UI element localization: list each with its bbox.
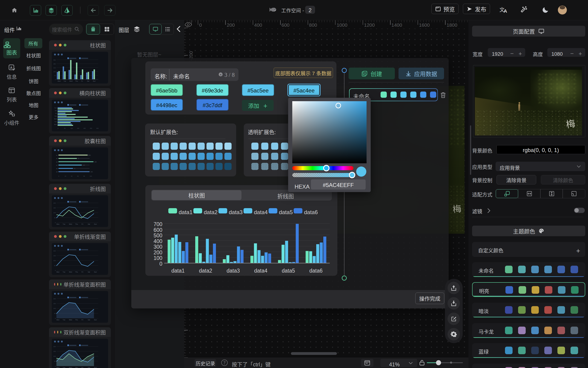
svg-text:Wed: Wed [69, 319, 72, 321]
svg-text:0: 0 [55, 78, 56, 81]
svg-text:80: 80 [83, 175, 85, 177]
svg-text:95: 95 [78, 157, 79, 159]
svg-text:Thu: Thu [75, 319, 78, 321]
svg-text:Sun: Sun [94, 319, 97, 321]
svg-text:Tue: Tue [63, 319, 65, 321]
svg-text:100: 100 [71, 127, 73, 129]
svg-text:350: 350 [53, 59, 56, 61]
svg-text:100: 100 [53, 307, 56, 309]
svg-text:a4: a4 [56, 164, 58, 166]
svg-text:Sun: Sun [93, 80, 96, 82]
svg-text:a3: a3 [56, 161, 58, 163]
svg-text:Thu: Thu [75, 80, 78, 82]
svg-text:0: 0 [55, 317, 56, 319]
svg-text:Sat: Sat [55, 110, 57, 111]
svg-text:Thu: Thu [75, 271, 78, 273]
svg-text:Sat: Sat [88, 271, 90, 273]
svg-text:Sun: Sun [94, 271, 97, 273]
svg-text:50: 50 [54, 217, 56, 219]
svg-text:Sun: Sun [94, 223, 97, 225]
svg-text:Wed: Wed [54, 118, 57, 120]
svg-text:Sat: Sat [87, 80, 89, 82]
svg-text:Sun: Sun [94, 367, 97, 368]
svg-text:150: 150 [53, 303, 56, 304]
svg-text:200: 200 [53, 345, 56, 348]
svg-text:210: 210 [53, 67, 56, 69]
svg-text:a5: a5 [56, 167, 58, 169]
svg-text:60: 60 [77, 175, 79, 177]
svg-text:160: 160 [90, 171, 93, 173]
svg-text:Sat: Sat [88, 223, 90, 225]
svg-text:0: 0 [55, 365, 56, 367]
svg-text:100: 100 [53, 259, 56, 261]
svg-text:Sun: Sun [54, 107, 57, 109]
svg-text:Tue: Tue [54, 120, 57, 123]
svg-text:Sat: Sat [88, 367, 90, 368]
svg-text:0: 0 [55, 269, 56, 271]
svg-text:Thu: Thu [75, 223, 78, 225]
svg-text:Wed: Wed [69, 271, 72, 273]
svg-text:50: 50 [54, 265, 56, 267]
svg-text:Mon: Mon [56, 271, 59, 273]
svg-text:200: 200 [53, 298, 56, 300]
svg-text:Thu: Thu [54, 115, 57, 117]
svg-text:Fri: Fri [55, 112, 57, 114]
svg-text:50: 50 [54, 360, 56, 362]
svg-text:a1: a1 [56, 154, 58, 156]
svg-text:150: 150 [53, 350, 56, 352]
svg-text:Fri: Fri [81, 271, 83, 273]
svg-text:a6: a6 [56, 171, 58, 173]
svg-text:75: 75 [74, 167, 75, 169]
svg-text:300: 300 [96, 127, 99, 129]
svg-text:Tue: Tue [63, 367, 65, 368]
svg-text:0: 0 [55, 221, 56, 224]
svg-text:280: 280 [53, 63, 56, 65]
svg-text:a2: a2 [56, 157, 58, 159]
svg-text:50: 50 [64, 127, 66, 129]
svg-text:Thu: Thu [75, 367, 78, 368]
svg-text:50: 50 [54, 312, 56, 314]
svg-text:Mon: Mon [56, 367, 59, 368]
svg-text:250: 250 [90, 127, 92, 129]
svg-text:200: 200 [53, 250, 56, 252]
svg-text:70: 70 [54, 74, 56, 77]
svg-text:150: 150 [53, 255, 56, 257]
svg-text:Tue: Tue [63, 271, 65, 273]
svg-text:150: 150 [77, 127, 80, 129]
svg-text:0: 0 [58, 127, 59, 129]
svg-text:Tue: Tue [63, 223, 65, 225]
svg-text:180: 180 [94, 161, 97, 163]
svg-text:Mon: Mon [56, 319, 59, 321]
svg-text:Fri: Fri [81, 223, 83, 225]
svg-text:Fri: Fri [81, 319, 83, 321]
svg-text:20: 20 [65, 175, 66, 177]
svg-text:100: 100 [90, 175, 92, 177]
svg-text:40: 40 [71, 175, 72, 177]
svg-text:Wed: Wed [69, 223, 72, 225]
svg-text:Sat: Sat [88, 319, 90, 321]
svg-text:100: 100 [53, 212, 56, 214]
svg-text:150: 150 [89, 154, 91, 156]
svg-text:Mon: Mon [54, 123, 57, 125]
svg-text:Mon: Mon [56, 223, 59, 225]
svg-text:140: 140 [53, 71, 56, 73]
svg-text:150: 150 [53, 207, 56, 209]
svg-text:Mon: Mon [58, 80, 61, 82]
svg-text:0: 0 [58, 175, 59, 177]
svg-text:A: A [10, 66, 13, 69]
svg-text:120: 120 [82, 164, 85, 166]
svg-text:100: 100 [53, 355, 56, 357]
svg-text:200: 200 [83, 127, 86, 129]
svg-text:Fri: Fri [81, 80, 83, 82]
svg-text:Fri: Fri [81, 367, 83, 368]
svg-text:Wed: Wed [69, 367, 72, 368]
svg-text:200: 200 [53, 202, 56, 204]
svg-text:Wed: Wed [69, 80, 73, 82]
svg-text:Tue: Tue [63, 80, 66, 82]
